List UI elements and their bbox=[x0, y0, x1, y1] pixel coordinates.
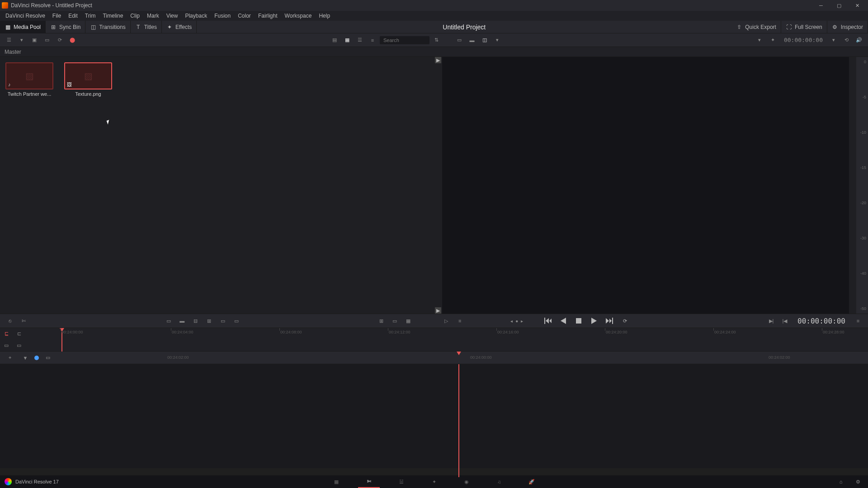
sliders-button[interactable]: ≡ bbox=[454, 315, 465, 326]
bypass-fx-button[interactable]: ✦ bbox=[768, 35, 778, 46]
effects-button[interactable]: ✦ Effects bbox=[162, 21, 197, 33]
close-up-button[interactable]: ⊞ bbox=[204, 315, 215, 326]
page-tab-media[interactable]: ▦ bbox=[326, 475, 347, 488]
timeline-options-button[interactable]: ≡ bbox=[853, 315, 863, 326]
tc-options-button[interactable]: ▾ bbox=[828, 35, 839, 46]
menu-file[interactable]: File bbox=[49, 11, 65, 20]
page-tab-fairlight[interactable]: ♫ bbox=[488, 475, 510, 488]
marker-button[interactable]: ▼ bbox=[19, 355, 32, 361]
menu-timeline[interactable]: Timeline bbox=[99, 11, 127, 20]
menu-edit[interactable]: Edit bbox=[65, 11, 81, 20]
project-settings-button[interactable]: ⚙ bbox=[853, 476, 863, 487]
viewer[interactable] bbox=[442, 57, 849, 314]
transitions-button[interactable]: ◫ Transitions bbox=[85, 21, 130, 33]
transition-button[interactable]: ▭ bbox=[389, 315, 400, 326]
play-button[interactable] bbox=[587, 315, 601, 327]
mark-out-handle[interactable]: ▶ bbox=[435, 307, 441, 314]
track-video-toggle[interactable]: ▭ bbox=[0, 340, 13, 352]
append-button[interactable]: ▬ bbox=[177, 315, 188, 326]
minimize-button[interactable]: ─ bbox=[812, 0, 830, 11]
source-clip-button[interactable]: ▬ bbox=[467, 35, 477, 46]
loop-tc-button[interactable]: ⟲ bbox=[841, 35, 852, 46]
inspector-button[interactable]: ⚙ Inspector bbox=[827, 21, 868, 33]
source-overwrite-button[interactable]: ▭ bbox=[231, 315, 242, 326]
sort-button[interactable]: ⇅ bbox=[431, 35, 442, 46]
sync-bin-button[interactable]: ⊞ Sync Bin bbox=[46, 21, 85, 33]
menu-playback[interactable]: Playback bbox=[181, 11, 211, 20]
prev-marker-button[interactable]: |◀ bbox=[779, 315, 790, 326]
ripple-overwrite-button[interactable]: ⊟ bbox=[190, 315, 201, 326]
clip-thumbnail[interactable]: ▨ ♪ bbox=[5, 62, 53, 89]
boring-detector-button[interactable]: ⎋ bbox=[5, 315, 15, 326]
dynamic-zoom-button[interactable]: ▷ bbox=[441, 315, 452, 326]
playhead-line[interactable] bbox=[458, 364, 459, 477]
sync-button[interactable]: ⟳ bbox=[54, 35, 65, 46]
go-to-start-button[interactable] bbox=[541, 315, 555, 327]
next-marker-button[interactable]: ▶| bbox=[766, 315, 777, 326]
menu-help[interactable]: Help bbox=[315, 11, 334, 20]
full-screen-button[interactable]: ⛶ Full Screen bbox=[781, 21, 827, 33]
speaker-icon[interactable]: 🔊 bbox=[854, 35, 864, 46]
clip-dropdown[interactable]: ▾ bbox=[754, 35, 765, 46]
clip-item[interactable]: ▨ ♪ Twitch Partner we... bbox=[5, 62, 60, 97]
viewer-options-button[interactable]: ▾ bbox=[492, 35, 503, 46]
mark-in-handle[interactable]: ▶ bbox=[435, 57, 441, 63]
search-input[interactable] bbox=[380, 36, 429, 44]
next-clip-nav[interactable]: ▸ bbox=[521, 319, 523, 324]
timeline-tracks[interactable] bbox=[0, 364, 868, 468]
go-to-end-button[interactable] bbox=[603, 315, 616, 327]
menu-color[interactable]: Color bbox=[234, 11, 255, 20]
page-tab-color[interactable]: ◉ bbox=[456, 475, 477, 488]
source-tape-button[interactable]: ▭ bbox=[454, 35, 465, 46]
page-tab-deliver[interactable]: 🚀 bbox=[521, 475, 542, 488]
close-button[interactable]: ✕ bbox=[848, 0, 866, 11]
dual-viewer-button[interactable]: ◫ bbox=[479, 35, 490, 46]
strip-view-button[interactable]: ☰ bbox=[354, 35, 365, 46]
place-on-top-button[interactable]: ▭ bbox=[217, 315, 228, 326]
split-clip-button[interactable]: ✄ bbox=[18, 315, 29, 326]
snapping-button[interactable]: ⌖ bbox=[4, 355, 16, 361]
page-tab-edit[interactable]: ☱ bbox=[391, 475, 412, 488]
thumbnail-view-button[interactable]: ▦ bbox=[342, 35, 353, 46]
menu-mark[interactable]: Mark bbox=[143, 11, 163, 20]
maximize-button[interactable]: ▢ bbox=[830, 0, 848, 11]
page-tab-fusion[interactable]: ✦ bbox=[423, 475, 445, 488]
bin-list-button[interactable]: ☰ bbox=[4, 35, 14, 46]
menu-view[interactable]: View bbox=[163, 11, 182, 20]
crop-button[interactable]: ▦ bbox=[403, 315, 414, 326]
import-folder-button[interactable]: ▭ bbox=[42, 35, 52, 46]
timecode-small[interactable]: 00:00:00:00 bbox=[780, 37, 826, 43]
lower-timeline-ruler[interactable]: ⌖ ▼ ▭ 00:24:02:0000:24:00:0000:24:02:00 bbox=[0, 352, 868, 364]
track-header-sync[interactable]: ⊏ bbox=[13, 328, 25, 340]
metadata-view-button[interactable]: ▤ bbox=[329, 35, 340, 46]
upper-timeline-ruler[interactable]: ⊑ ⊏ ▭ ▭ 00:24:00:0000:24:04:0000:24:08:0… bbox=[0, 328, 868, 352]
titles-button[interactable]: T Titles bbox=[131, 21, 162, 33]
flag-button[interactable]: ▭ bbox=[42, 355, 54, 361]
page-tab-cut[interactable]: ✄ bbox=[358, 475, 380, 488]
import-media-button[interactable]: ▣ bbox=[29, 35, 40, 46]
home-button[interactable]: ⌂ bbox=[835, 476, 846, 487]
smart-insert-button[interactable]: ▭ bbox=[163, 315, 174, 326]
media-pool-button[interactable]: ▦ Media Pool bbox=[0, 21, 46, 33]
menu-trim[interactable]: Trim bbox=[81, 11, 99, 20]
menu-fusion[interactable]: Fusion bbox=[211, 11, 234, 20]
timecode-large[interactable]: 00:00:00:00 bbox=[797, 317, 845, 325]
breadcrumb[interactable]: Master bbox=[0, 47, 868, 57]
prev-clip-nav[interactable]: ◂ bbox=[510, 319, 513, 324]
track-header-lock[interactable]: ⊑ bbox=[0, 328, 13, 340]
chevron-down-icon[interactable]: ▾ bbox=[16, 35, 27, 46]
stop-button[interactable] bbox=[572, 315, 585, 327]
track-audio-toggle[interactable]: ▭ bbox=[13, 340, 25, 352]
menu-fairlight[interactable]: Fairlight bbox=[255, 11, 281, 20]
clip-item[interactable]: ▨ 🖼 Texture.png bbox=[64, 62, 118, 97]
record-button[interactable]: ⬤ bbox=[67, 35, 78, 46]
menu-davinci-resolve[interactable]: DaVinci Resolve bbox=[2, 11, 49, 20]
step-back-button[interactable] bbox=[557, 315, 570, 327]
list-view-button[interactable]: ≡ bbox=[367, 35, 378, 46]
menu-clip[interactable]: Clip bbox=[127, 11, 143, 20]
quick-export-button[interactable]: ⇧ Quick Export bbox=[731, 21, 781, 33]
tools-button[interactable]: ⊞ bbox=[376, 315, 387, 326]
loop-button[interactable]: ⟳ bbox=[618, 315, 632, 327]
media-pool[interactable]: ▨ ♪ Twitch Partner we... ▨ 🖼 Texture.png bbox=[0, 57, 435, 314]
menu-workspace[interactable]: Workspace bbox=[281, 11, 316, 20]
